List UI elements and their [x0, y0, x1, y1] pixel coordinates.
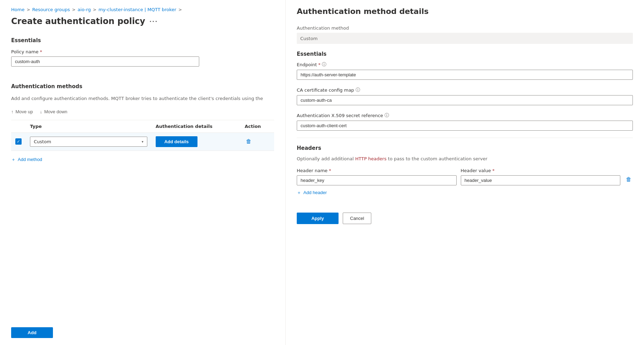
endpoint-required: *: [318, 62, 321, 67]
auth-method-field: Authentication method Custom: [297, 25, 633, 44]
right-essentials-heading: Essentials: [297, 51, 633, 57]
header-name-input[interactable]: [297, 175, 457, 185]
row-type-cell: Custom ▾: [26, 132, 152, 151]
headers-desc-highlight: HTTP headers: [355, 156, 387, 161]
auth-x509-label: Authentication X.509 secret reference ⓘ: [297, 112, 633, 118]
add-header-label: Add header: [303, 190, 327, 195]
divider: [297, 138, 633, 138]
auth-x509-input[interactable]: [297, 121, 633, 131]
breadcrumb-aio-rg[interactable]: aio-rg: [78, 7, 91, 12]
breadcrumb-sep-4: >: [178, 7, 182, 12]
type-dropdown-value: Custom: [34, 139, 51, 144]
breadcrumb-home[interactable]: Home: [11, 7, 24, 12]
add-header-plus-icon: ＋: [297, 190, 301, 196]
ca-cert-info-icon[interactable]: ⓘ: [356, 87, 360, 93]
policy-name-field: Policy name *: [11, 49, 274, 67]
left-panel: Home > Resource groups > aio-rg > my-clu…: [0, 0, 286, 345]
headers-desc-prefix: Optionally add additional: [297, 156, 355, 161]
auth-methods-heading: Authentication methods: [11, 83, 274, 90]
plus-icon: ＋: [11, 156, 16, 163]
header-name-label: Header name *: [297, 168, 457, 173]
right-panel-title: Authentication method details: [297, 7, 633, 16]
move-up-label: Move up: [16, 109, 33, 114]
endpoint-input[interactable]: [297, 70, 633, 80]
auth-x509-info-icon[interactable]: ⓘ: [385, 112, 389, 118]
row-action-cell: 🗑: [240, 132, 274, 151]
add-details-button[interactable]: Add details: [156, 136, 197, 147]
breadcrumb: Home > Resource groups > aio-rg > my-clu…: [11, 7, 274, 12]
right-bottom-buttons: Apply Cancel: [297, 207, 633, 224]
add-method-label: Add method: [18, 157, 42, 162]
breadcrumb-resource-groups[interactable]: Resource groups: [32, 7, 70, 12]
page-title: Create authentication policy: [11, 16, 145, 26]
policy-name-required: *: [40, 49, 42, 54]
more-options-button[interactable]: ···: [149, 18, 158, 25]
auth-method-value: Custom: [297, 33, 633, 44]
page-title-container: Create authentication policy ···: [11, 16, 274, 26]
breadcrumb-sep-2: >: [72, 7, 76, 12]
headers-desc: Optionally add additional HTTP headers t…: [297, 155, 633, 162]
col-type-header: Type: [26, 120, 152, 132]
header-value-label: Header value *: [461, 168, 621, 173]
header-name-required: *: [329, 168, 331, 173]
policy-name-label-text: Policy name: [11, 49, 38, 54]
right-panel: Authentication method details Authentica…: [286, 0, 644, 345]
down-arrow-icon: ↓: [40, 109, 42, 114]
headers-heading: Headers: [297, 145, 633, 151]
delete-row-button[interactable]: 🗑: [245, 137, 253, 146]
endpoint-field: Endpoint * ⓘ: [297, 61, 633, 80]
header-value-label-text: Header value: [461, 168, 491, 173]
add-method-button[interactable]: ＋ Add method: [11, 156, 42, 163]
cancel-button[interactable]: Cancel: [343, 213, 371, 224]
auth-x509-field: Authentication X.509 secret reference ⓘ: [297, 112, 633, 131]
auth-methods-section: Authentication methods Add and configure…: [11, 83, 274, 163]
col-auth-details-header: Authentication details: [152, 120, 241, 132]
row-checkbox[interactable]: ✓: [15, 138, 22, 145]
trash-icon: 🗑: [246, 138, 251, 144]
add-header-button[interactable]: ＋ Add header: [297, 190, 327, 196]
check-icon: ✓: [17, 139, 20, 144]
up-arrow-icon: ↑: [11, 109, 14, 114]
ca-cert-input[interactable]: [297, 95, 633, 105]
auth-methods-table: Type Authentication details Action ✓ Cus…: [11, 120, 274, 151]
essentials-heading: Essentials: [11, 37, 274, 44]
move-down-label: Move down: [44, 109, 67, 114]
col-action-header: Action: [240, 120, 274, 132]
table-row: ✓ Custom ▾ Add details 🗑: [11, 132, 274, 151]
chevron-down-icon: ▾: [142, 140, 143, 144]
type-dropdown[interactable]: Custom ▾: [30, 137, 147, 147]
ca-cert-label: CA certificate config map ⓘ: [297, 87, 633, 93]
policy-name-input[interactable]: [11, 56, 199, 67]
auth-method-label: Authentication method: [297, 25, 633, 31]
header-value-input[interactable]: [461, 175, 621, 185]
move-down-button[interactable]: ↓ Move down: [40, 108, 67, 116]
move-up-button[interactable]: ↑ Move up: [11, 108, 33, 116]
breadcrumb-sep-3: >: [93, 7, 96, 12]
headers-desc-suffix: to pass to the custom authentication ser…: [387, 156, 488, 161]
move-controls: ↑ Move up ↓ Move down: [11, 108, 274, 116]
add-policy-button[interactable]: Add: [11, 327, 53, 338]
breadcrumb-sep-1: >: [26, 7, 30, 12]
row-auth-details-cell: Add details: [152, 132, 241, 151]
col-checkbox: [11, 120, 26, 132]
apply-button[interactable]: Apply: [297, 213, 339, 224]
breadcrumb-instance[interactable]: my-cluster-instance | MQTT broker: [99, 7, 177, 12]
ca-cert-label-text: CA certificate config map: [297, 87, 354, 93]
auth-methods-desc: Add and configure authentication methods…: [11, 95, 274, 102]
header-row: Header name * Header value * 🗑: [297, 168, 633, 185]
header-name-label-text: Header name: [297, 168, 327, 173]
auth-x509-label-text: Authentication X.509 secret reference: [297, 113, 383, 118]
header-value-required: *: [492, 168, 495, 173]
endpoint-info-icon[interactable]: ⓘ: [322, 61, 326, 68]
ca-cert-field: CA certificate config map ⓘ: [297, 87, 633, 105]
endpoint-label: Endpoint * ⓘ: [297, 61, 633, 68]
bottom-buttons: Add: [11, 316, 274, 338]
delete-header-button[interactable]: 🗑: [624, 175, 633, 184]
essentials-section: Essentials Policy name *: [11, 37, 274, 74]
header-name-field: Header name *: [297, 168, 457, 185]
endpoint-label-text: Endpoint: [297, 62, 317, 67]
row-checkbox-cell: ✓: [11, 132, 26, 151]
header-value-field: Header value *: [461, 168, 621, 185]
header-trash-icon: 🗑: [626, 176, 631, 182]
policy-name-label: Policy name *: [11, 49, 274, 54]
